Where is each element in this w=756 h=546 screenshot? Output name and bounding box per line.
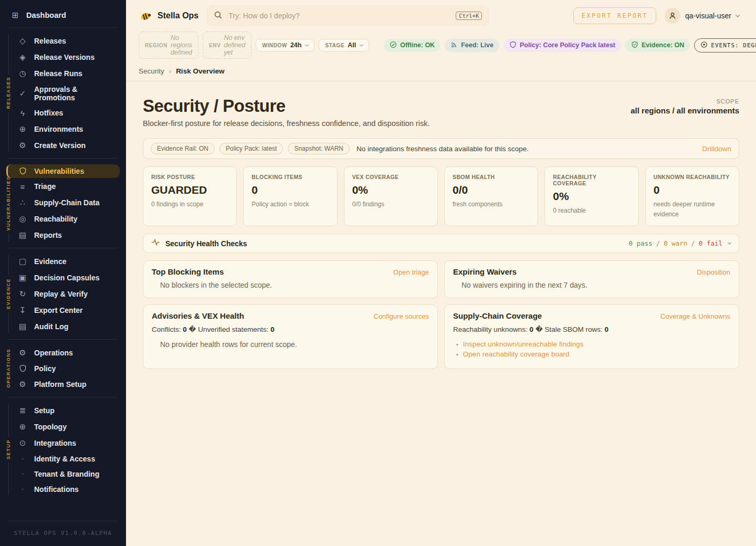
panel-empty-text: No waivers expiring in the next 7 days. [453,281,730,289]
sidebar-item-label: Topology [34,423,67,431]
rail-label-setup: SETUP [6,437,11,462]
warn-count: 0 warn [664,239,687,247]
sidebar-item-environments[interactable]: ⊕ Environments [14,122,120,136]
sidebar-item-releases[interactable]: ◇ Releases [14,34,120,48]
sidebar-item-vulnerabilities[interactable]: Vulnerabilities [6,164,120,178]
sidebar-item-supply-chain-data[interactable]: ∴ Supply-Chain Data [14,195,120,210]
sidebar-item-policy[interactable]: Policy [14,362,120,375]
sidebar-item-notifications[interactable]: ◦ Notifications [14,482,120,496]
drilldown-link[interactable]: Drilldown [702,145,731,153]
rss-icon [450,41,458,50]
search-box[interactable]: Ctrl+K [207,6,489,26]
sidebar-item-setup[interactable]: ≣ Setup [14,403,120,418]
configure-sources-link[interactable]: Configure sources [374,312,429,320]
window-value: 24h [290,41,302,49]
section-rail: EVIDENCE [5,255,12,333]
stat-card-risk-posture: RISK POSTURE GUARDED 0 findings in scope [143,166,237,226]
env-filter[interactable]: ENV No env defined yet [203,32,251,59]
sidebar: ⊞ Dashboard RELEASES ◇ Releases ◈ Releas… [0,0,126,546]
sidebar-divider [8,27,118,28]
policy-status-badge[interactable]: Policy: Core Policy Pack latest [503,39,621,52]
sidebar-item-triage[interactable]: ≡ Triage [14,180,120,194]
content: Security / Posture Blocker-first posture… [126,81,756,546]
sidebar-item-tenant-branding[interactable]: ◦ Tenant & Branding [14,467,120,481]
export-report-button[interactable]: EXPORT REPORT [573,7,656,24]
region-value: No regions defined [171,34,192,56]
bullet-icon: • [456,351,458,358]
sidebar-item-topology[interactable]: ⊕ Topology [14,419,120,434]
feed-status-badge[interactable]: Feed: Live [445,39,499,52]
disposition-link[interactable]: Disposition [697,268,730,276]
sidebar-item-create-version[interactable]: ⚙ Create Version [14,138,120,153]
panel-title: Expiring Waivers [453,267,517,276]
sidebar-divider [8,397,118,397]
sidebar-item-dashboard[interactable]: ⊞ Dashboard [0,5,126,26]
chevron-down-icon [736,13,740,17]
health-checks-summary[interactable]: 0 pass / 0 warn / 0 fail [628,239,731,247]
region-filter[interactable]: REGION No regions defined [139,32,198,59]
section-rail: VULNERABILITIES [5,165,12,242]
sidebar-item-platform-setup[interactable]: ⚙ Platform Setup [14,377,120,392]
sidebar-item-label: Approvals & Promotions [34,85,116,102]
main-area: Stella Ops Ctrl+K EXPORT REPORT qa-visua… [126,0,756,546]
stage-select[interactable]: STAGE All [319,39,369,51]
pass-count: 0 pass [628,239,652,247]
open-triage-link[interactable]: Open triage [393,268,429,276]
chevron-down-icon [360,43,363,46]
sidebar-item-hotfixes[interactable]: ϟ Hotfixes [14,106,120,120]
sidebar-item-reachability[interactable]: ◎ Reachability [14,212,120,226]
evidence-status-badge[interactable]: Evidence: ON [625,39,690,52]
scope-block: SCOPE all regions / all environments [631,92,739,115]
window-select[interactable]: WINDOW 24h [256,39,314,51]
search-icon [214,10,223,22]
sidebar-item-reports[interactable]: ▤ Reports [14,228,120,243]
coverage-unknowns-link[interactable]: Coverage & Unknowns [660,312,730,320]
sidebar-item-replay-verify[interactable]: ↻ Replay & Verify [14,287,120,301]
offline-status-badge[interactable]: Offline: OK [384,39,440,52]
sidebar-item-identity-access[interactable]: ◦ Identity & Access [14,452,120,466]
chevron-down-icon [728,241,731,245]
sidebar-item-approvals-promotions[interactable]: ✓ Approvals & Promotions [14,82,120,104]
sidebar-item-label: Reachability [34,215,77,223]
supply-chain-coverage-panel: Supply-Chain Coverage Coverage & Unknown… [444,304,739,369]
user-menu[interactable]: qa-visual-user [665,8,739,24]
sidebar-item-audit-log[interactable]: ▤ Audit Log [14,319,120,334]
sidebar-item-label: Release Versions [34,53,94,61]
gear-icon: ⚙ [18,141,27,150]
sidebar-item-decision-capsules[interactable]: ▣ Decision Capsules [14,270,120,285]
reachability-board-link[interactable]: Open reachability coverage board [463,350,570,358]
pulse-icon [151,238,160,249]
book-icon: ▤ [18,322,27,331]
sidebar-item-evidence[interactable]: ▢ Evidence [14,254,120,269]
inspect-findings-link[interactable]: Inspect unknown/unreachable findings [463,340,584,348]
search-input[interactable] [228,12,450,20]
window-label: WINDOW [262,43,287,48]
stat-card-unknown-reachability: UNKNOWN REACHABILITY 0 needs deeper runt… [645,166,739,226]
rail-label-operations: OPERATIONS [6,346,11,391]
refresh-icon: ↻ [18,289,27,299]
events-status-badge[interactable]: EVENTS: DEGRADED [694,38,756,52]
bullet-icon: • [456,341,458,348]
sidebar-item-export-center[interactable]: ↧ Export Center [14,303,120,318]
bullet-circle-icon: ◦ [18,471,27,477]
sidebar-item-label: Replay & Verify [34,290,88,298]
scope-value: all regions / all environments [631,106,739,115]
breadcrumb-security[interactable]: Security [139,67,164,75]
supply-chain-stats-line: Reachability unknowns: 0 � Stale SBOM ro… [453,325,730,333]
check-icon: ✓ [18,89,27,98]
sidebar-item-integrations[interactable]: ⊙ Integrations [14,436,120,450]
sidebar-item-label: Triage [34,182,56,191]
sidebar-item-release-runs[interactable]: ◷ Release Runs [14,66,120,81]
rail-label-vulnerabilities: VULNERABILITIES [6,173,11,234]
globe-icon: ⊕ [18,124,27,134]
stat-card-blocking-items: BLOCKING ITEMS 0 Policy action = block [243,166,337,226]
sidebar-item-label: Platform Setup [34,380,87,388]
list-item: • Open reachability coverage board [456,350,730,358]
chevron-down-icon [305,43,309,46]
stat-card-reachability-coverage: REACHABILITY COVERAGE 0% 0 reachable [544,166,638,226]
stat-card-vex-coverage: VEX COVERAGE 0% 0/0 findings [344,166,438,226]
sidebar-item-label: Policy [34,364,56,373]
sidebar-item-operations[interactable]: ⚙ Operations [14,345,120,360]
sidebar-item-release-versions[interactable]: ◈ Release Versions [14,50,120,65]
page-subtitle: Blocker-first posture for release decisi… [143,119,429,128]
